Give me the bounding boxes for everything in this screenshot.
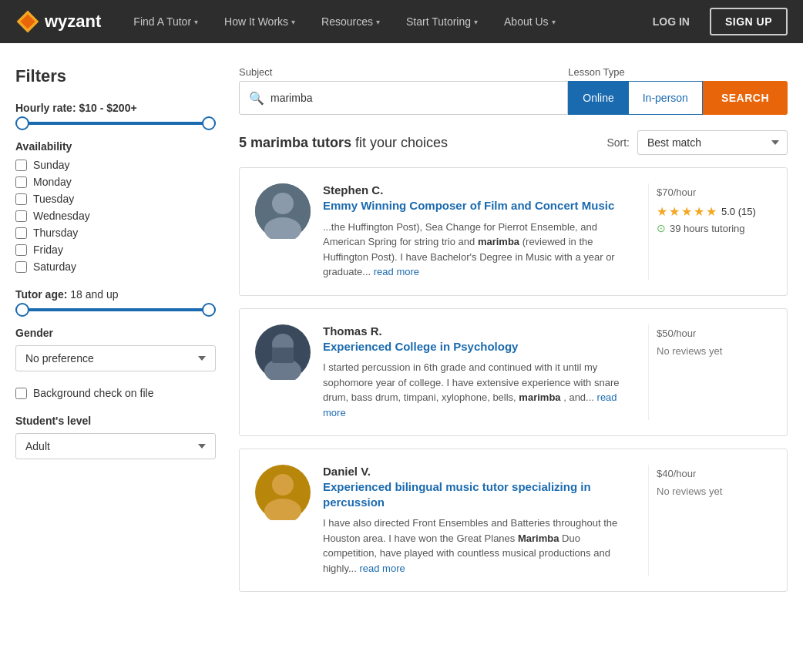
tutor-card-1: Thomas R. Experienced College in Psychol… — [239, 308, 788, 437]
tutor-card-0: Stephen C. Emmy Winning Composer of Film… — [239, 167, 788, 296]
tutor-headline-2[interactable]: Experienced bilingual music tutor specia… — [323, 479, 636, 509]
subject-label: Subject — [239, 66, 568, 78]
hourly-rate-label: Hourly rate: $10 - $200+ — [15, 102, 216, 114]
sunday-label: Sunday — [33, 159, 69, 171]
nav-find-a-tutor[interactable]: Find A Tutor ▾ — [124, 0, 207, 43]
read-more-0[interactable]: read more — [374, 266, 419, 277]
friday-label: Friday — [33, 244, 63, 256]
chevron-down-icon: ▾ — [474, 18, 478, 26]
nav-resources[interactable]: Resources ▾ — [312, 0, 389, 43]
tutor-age-label: Tutor age: 18 and up — [15, 288, 216, 301]
tutor-headline-0[interactable]: Emmy Winning Composer of Film and Concer… — [323, 198, 636, 213]
hourly-rate-slider[interactable] — [15, 122, 216, 125]
tutor-name-0: Stephen C. — [323, 183, 636, 197]
saturday-checkbox[interactable] — [15, 261, 27, 273]
saturday-checkbox-item: Saturday — [15, 260, 216, 273]
sunday-checkbox-item: Sunday — [15, 159, 216, 171]
student-level-select[interactable]: Adult Elementary Middle School High Scho… — [15, 433, 216, 459]
gender-filter: Gender No preference Male Female — [15, 327, 216, 371]
tuesday-label: Tuesday — [33, 193, 74, 205]
tutor-age-filter: Tutor age: 18 and up — [15, 288, 216, 311]
tutor-info-1: Thomas R. Experienced College in Psychol… — [323, 324, 636, 421]
tutor-card-2: Daniel V. Experienced bilingual music tu… — [239, 449, 788, 592]
tutor-info-2: Daniel V. Experienced bilingual music tu… — [323, 465, 636, 576]
lesson-type-label: Lesson Type — [568, 66, 703, 78]
tutor-bio-1: I started percussion in 6th grade and co… — [323, 360, 636, 420]
search-button[interactable]: SEARCH — [703, 81, 788, 115]
range-thumb-right[interactable] — [202, 116, 216, 130]
sort-label: Sort: — [606, 136, 630, 149]
no-reviews-1: No reviews yet — [657, 345, 771, 357]
sort-area: Sort: Best match Hourly rate: Low to Hig… — [606, 130, 788, 155]
wednesday-checkbox[interactable] — [15, 210, 27, 222]
search-input[interactable] — [270, 92, 558, 104]
friday-checkbox[interactable] — [15, 244, 27, 256]
tutor-name-2: Daniel V. — [323, 465, 636, 478]
range-thumb-left[interactable] — [15, 116, 29, 130]
nav-about-us[interactable]: About Us ▾ — [495, 0, 565, 43]
background-check-item: Background check on file — [15, 387, 216, 399]
tutor-pricing-1: $50/hour No reviews yet — [648, 324, 771, 421]
hourly-rate-filter: Hourly rate: $10 - $200+ — [15, 102, 216, 125]
no-reviews-2: No reviews yet — [657, 486, 771, 497]
thursday-checkbox[interactable] — [15, 227, 27, 239]
sidebar: Filters Hourly rate: $10 - $200+ Availab… — [15, 66, 216, 604]
svg-rect-8 — [272, 348, 294, 363]
lesson-type-buttons: Online In-person — [568, 81, 703, 115]
tutor-headline-1[interactable]: Experienced College in Psychology — [323, 339, 636, 354]
student-level-label: Student's level — [15, 415, 216, 427]
nav-start-tutoring[interactable]: Start Tutoring ▾ — [397, 0, 487, 43]
wednesday-label: Wednesday — [33, 210, 90, 222]
sunday-checkbox[interactable] — [15, 160, 27, 171]
stars-0: ★ ★ ★ ★ ★ 5.0 (15) — [657, 204, 771, 219]
friday-checkbox-item: Friday — [15, 244, 216, 256]
tutor-age-slider[interactable] — [15, 308, 216, 311]
range-fill — [15, 122, 216, 125]
svg-point-10 — [272, 474, 294, 496]
signup-button[interactable]: SIGN UP — [710, 8, 788, 35]
svg-point-3 — [272, 193, 294, 214]
results-count: 5 marimba tutors fit your choices — [239, 135, 606, 151]
background-check-filter: Background check on file — [15, 387, 216, 399]
gender-select[interactable]: No preference Male Female — [15, 345, 216, 371]
nav-how-it-works[interactable]: How It Works ▾ — [215, 0, 304, 43]
tutor-price-1: $50/hour — [657, 324, 771, 341]
search-icon: 🔍 — [249, 91, 264, 106]
age-thumb-right[interactable] — [202, 303, 216, 317]
tutor-price-2: $40/hour — [657, 465, 771, 481]
read-more-2[interactable]: read more — [359, 563, 405, 574]
chevron-down-icon: ▾ — [552, 18, 556, 26]
background-check-checkbox[interactable] — [15, 388, 27, 399]
rating-text-0: 5.0 (15) — [721, 206, 756, 217]
chevron-down-icon: ▾ — [291, 18, 295, 26]
online-lesson-button[interactable]: Online — [569, 82, 628, 114]
age-thumb-left[interactable] — [15, 303, 29, 317]
main-container: Filters Hourly rate: $10 - $200+ Availab… — [0, 43, 803, 627]
age-range-track — [15, 308, 216, 311]
monday-checkbox-item: Monday — [15, 176, 216, 188]
monday-checkbox[interactable] — [15, 176, 27, 188]
chevron-down-icon: ▾ — [376, 18, 380, 26]
tutor-price-0: $70/hour — [657, 183, 771, 200]
tutor-pricing-0: $70/hour ★ ★ ★ ★ ★ 5.0 (15) ⊙ 39 hours t… — [648, 183, 771, 280]
sort-select[interactable]: Best match Hourly rate: Low to High Hour… — [637, 130, 788, 155]
chevron-down-icon: ▾ — [194, 18, 198, 26]
age-range-fill — [15, 308, 216, 311]
range-track — [15, 122, 216, 125]
avatar-2 — [255, 465, 311, 520]
tutor-bio-0: ...the Huffington Post), Sea Change for … — [323, 220, 636, 280]
thursday-checkbox-item: Thursday — [15, 227, 216, 239]
results-header: 5 marimba tutors fit your choices Sort: … — [239, 130, 788, 155]
search-area: Subject 🔍 Lesson Type Online In-person S… — [239, 66, 788, 115]
login-button[interactable]: LOG IN — [640, 0, 702, 43]
student-level-filter: Student's level Adult Elementary Middle … — [15, 415, 216, 459]
navigation: wyzant Find A Tutor ▾ How It Works ▾ Res… — [0, 0, 803, 43]
tuesday-checkbox-item: Tuesday — [15, 193, 216, 205]
availability-label: Availability — [15, 140, 216, 153]
wednesday-checkbox-item: Wednesday — [15, 210, 216, 222]
tutor-bio-2: I have also directed Front Ensembles and… — [323, 516, 636, 576]
logo[interactable]: wyzant — [15, 9, 101, 34]
inperson-lesson-button[interactable]: In-person — [629, 82, 702, 114]
tutor-info-0: Stephen C. Emmy Winning Composer of Film… — [323, 183, 636, 280]
tuesday-checkbox[interactable] — [15, 193, 27, 205]
